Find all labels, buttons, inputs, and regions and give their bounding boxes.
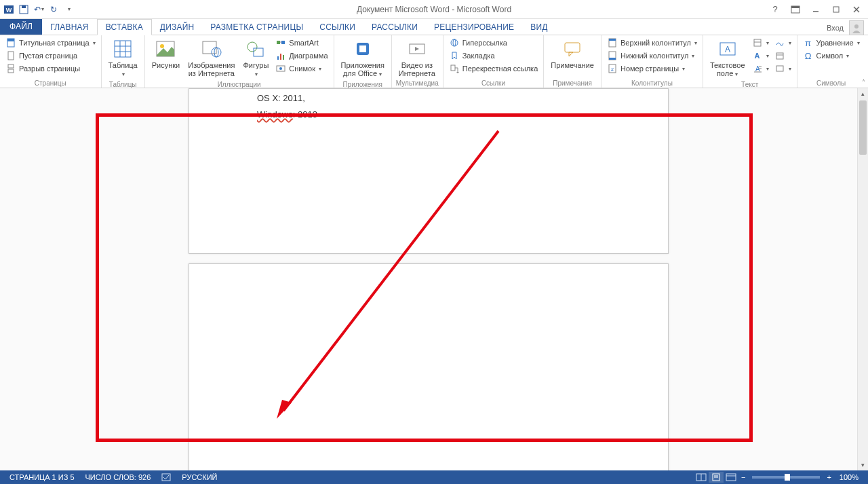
word-app-icon[interactable]: W [3,3,15,16]
svg-point-26 [248,42,257,52]
comment-icon [561,38,583,60]
wordart-icon: A [752,50,763,61]
group-label-links: Ссылки [448,79,540,87]
signature-line-button[interactable]: ▾ [773,37,793,49]
date-time-button[interactable] [773,50,793,62]
pictures-button[interactable]: Рисунки [149,37,183,71]
scroll-thumb[interactable] [859,100,867,155]
hyperlink-button[interactable]: Гиперссылка [448,37,540,49]
blank-page-button[interactable]: Пустая страница [4,50,97,62]
group-headerfooter: Верхний колонтитул▾ Нижний колонтитул▾ #… [601,35,703,88]
header-button[interactable]: Верхний колонтитул▾ [606,37,698,49]
object-icon [774,63,785,74]
cover-page-button[interactable]: Титульная страница▾ [4,37,97,49]
chart-button[interactable]: Диаграмма [274,50,329,62]
view-print-layout-icon[interactable] [709,472,724,483]
page-break-button[interactable]: Разрыв страницы [4,62,97,75]
apps-for-office-button[interactable]: Приложениядля Office ▾ [338,37,387,80]
group-comments: Примечание Примечания [544,35,601,88]
screenshot-button[interactable]: Снимок▾ [274,62,329,75]
page-2[interactable] [189,263,669,470]
minimize-icon[interactable] [808,3,823,16]
page-number-button[interactable]: #Номер страницы▾ [606,62,698,75]
tab-references[interactable]: ССЫЛКИ [311,20,363,35]
save-icon[interactable] [18,3,30,16]
svg-rect-13 [8,52,14,60]
cross-reference-button[interactable]: Перекрестная ссылка [448,62,540,75]
shapes-icon [245,38,267,60]
zoom-level[interactable]: 100% [834,473,864,481]
group-label-headerfooter: Колонтитулы [606,79,698,87]
tab-layout[interactable]: РАЗМЕТКА СТРАНИЦЫ [202,20,311,35]
object-button[interactable]: ▾ [773,62,793,75]
ribbon-display-options-icon[interactable] [788,3,803,16]
text-box-button[interactable]: A Текстовоеполе ▾ [707,37,748,80]
tab-review[interactable]: РЕЦЕНЗИРОВАНИЕ [426,20,522,35]
bookmark-button[interactable]: Закладка [448,50,540,62]
tab-design[interactable]: ДИЗАЙН [152,20,203,35]
svg-point-35 [279,67,282,70]
zoom-out-button[interactable]: − [738,473,748,481]
title-bar: W ↶▾ ↻ ▾ Документ Microsoft Word - Micro… [0,0,868,19]
online-pictures-button[interactable]: Изображенияиз Интернета [185,37,237,79]
qat-customize-icon[interactable]: ▾ [62,3,75,16]
maximize-icon[interactable] [829,3,844,16]
doc-text-line1: OS X: 2011, [257,93,305,103]
group-label-pages: Страницы [4,79,97,87]
symbol-button[interactable]: ΩСимвол▾ [802,50,861,62]
svg-rect-73 [726,474,736,481]
view-read-mode-icon[interactable] [694,472,709,483]
ribbon-tabs: ФАЙЛ ГЛАВНАЯ ВСТАВКА ДИЗАЙН РАЗМЕТКА СТР… [0,19,868,35]
svg-rect-12 [7,39,14,41]
document-area[interactable]: OS X: 2011, Windows: 2013 [0,88,857,470]
tab-view[interactable]: ВИД [522,20,555,35]
page-1[interactable]: OS X: 2011, Windows: 2013 [189,88,669,254]
group-label-media: Мультимедиа [396,79,439,87]
status-page[interactable]: СТРАНИЦА 1 ИЗ 5 [4,473,80,481]
equation-button[interactable]: πУравнение▾ [802,37,861,49]
smartart-button[interactable]: SmartArt [274,37,329,49]
group-label-symbols: Символы [802,79,861,87]
apps-icon [352,38,374,60]
collapse-ribbon-icon[interactable]: ˄ [862,79,865,86]
redo-icon[interactable]: ↻ [47,3,60,16]
group-text: A Текстовоеполе ▾ ▾ A▾ A▾ ▾ ▾ Текст [703,35,797,88]
svg-rect-63 [776,66,783,71]
zoom-slider-thumb[interactable] [785,474,790,481]
user-avatar-icon[interactable] [849,20,864,35]
online-video-button[interactable]: Видео изИнтернета [396,37,438,79]
vertical-scrollbar[interactable]: ▴ ▾ [857,88,868,470]
status-language[interactable]: РУССКИЙ [176,473,222,481]
svg-marker-44 [456,72,459,73]
svg-marker-39 [415,47,419,51]
help-icon[interactable]: ? [768,3,783,16]
footer-button[interactable]: Нижний колонтитул▾ [606,50,698,62]
svg-rect-33 [283,55,284,60]
tab-mailings[interactable]: РАССЫЛКИ [363,20,426,35]
group-label-comments: Примечания [548,79,597,87]
view-web-layout-icon[interactable] [724,472,738,483]
zoom-in-button[interactable]: + [824,473,833,481]
tab-home[interactable]: ГЛАВНАЯ [42,20,96,35]
table-button[interactable]: Таблица▾ [106,37,140,80]
scroll-down-icon[interactable]: ▾ [858,460,868,470]
scroll-up-icon[interactable]: ▴ [858,88,868,99]
drop-cap-button[interactable]: A▾ [751,62,770,75]
svg-rect-5 [791,6,800,8]
shapes-button[interactable]: Фигуры▾ [240,37,271,80]
undo-icon[interactable]: ↶▾ [33,3,45,16]
close-icon[interactable] [849,3,864,16]
svg-rect-15 [8,69,14,73]
svg-rect-48 [609,39,616,41]
status-word-count[interactable]: ЧИСЛО СЛОВ: 926 [80,473,157,481]
tab-insert[interactable]: ВСТАВКА [97,19,152,35]
ribbon: Титульная страница▾ Пустая страница Разр… [0,35,868,88]
sign-in-link[interactable]: Вход [827,24,844,32]
status-proofing-icon[interactable] [156,473,176,481]
comment-button[interactable]: Примечание [548,37,597,71]
quick-parts-button[interactable]: ▾ [751,37,770,49]
status-bar: СТРАНИЦА 1 ИЗ 5 ЧИСЛО СЛОВ: 926 РУССКИЙ … [0,470,868,484]
zoom-slider[interactable] [752,476,820,479]
wordart-button[interactable]: A▾ [751,50,770,62]
tab-file[interactable]: ФАЙЛ [0,18,42,35]
